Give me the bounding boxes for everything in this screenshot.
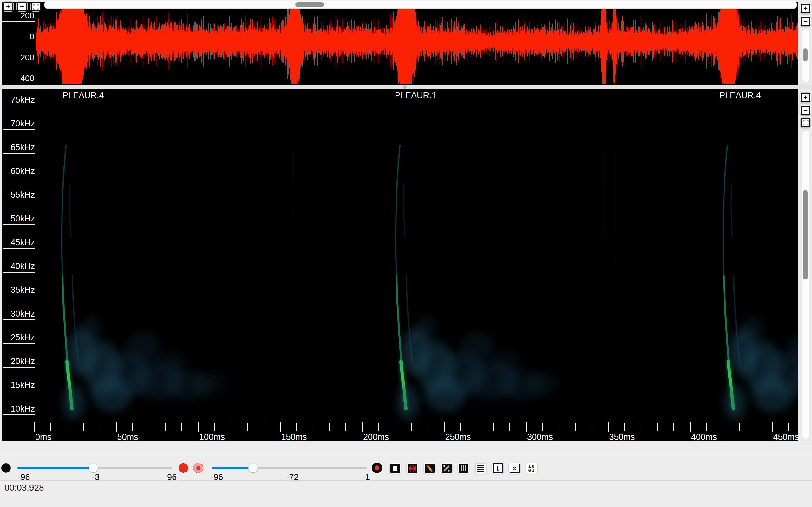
oscillogram-view-button[interactable] [407, 463, 418, 474]
time-tick [83, 423, 84, 431]
time-zoom-out-button[interactable]: − [16, 1, 28, 12]
time-tick [132, 423, 133, 431]
time-tick-label: 350ms [609, 432, 635, 441]
frequency-label: 55kHz [3, 189, 35, 201]
oscillogram-view-icon [407, 463, 418, 474]
species-label: PLEAUR.4 [62, 91, 104, 101]
minus-icon: − [801, 17, 810, 26]
status-bar: 00:03.928 [0, 481, 812, 507]
oscillogram-vertical-scrollbar[interactable] [802, 29, 809, 82]
gain-slider-thumb[interactable] [89, 463, 98, 472]
time-tick-label: 450ms [773, 432, 798, 441]
frequency-label: 10kHz [3, 403, 35, 415]
threshold-slider-fill [212, 467, 253, 469]
table-view-button[interactable] [475, 463, 486, 474]
gain-slider-fill [17, 467, 93, 469]
time-tick [198, 422, 199, 432]
species-label: PLEAUR.1 [395, 91, 437, 101]
binary-data-button[interactable]: 1001 [526, 463, 537, 474]
record-dot-icon [196, 466, 200, 470]
minus-icon: − [801, 106, 810, 115]
spectrogram-zoom-in-button[interactable]: + [800, 92, 811, 103]
vertical-bars-view-button[interactable] [458, 463, 469, 474]
frequency-label: 60kHz [3, 165, 35, 177]
time-tick [641, 423, 641, 431]
proportional-glyph: ∝ [510, 464, 519, 473]
time-tick [214, 423, 215, 431]
frequency-label: 45kHz [3, 236, 35, 249]
time-tick [34, 422, 35, 432]
time-tick [345, 423, 346, 431]
display-standard-button[interactable] [390, 463, 401, 474]
time-tick [116, 422, 117, 432]
plus-icon: + [3, 2, 13, 11]
time-tick [427, 423, 428, 431]
time-tick [722, 423, 723, 431]
time-tick [493, 423, 494, 431]
stop-square-icon [393, 466, 397, 470]
time-tick [444, 422, 445, 432]
time-tick [231, 423, 231, 431]
info-glyph: i [493, 463, 503, 473]
frequency-label: 35kHz [3, 284, 35, 296]
frequency-label: 25kHz [3, 331, 35, 344]
time-tick [657, 423, 658, 431]
horizontal-scrollbar[interactable] [44, 1, 797, 9]
record-button[interactable] [179, 463, 188, 473]
transport-control-bar: -96 -3 96 -96 -72 -1 i∝1001 Normal TE 1 … [0, 456, 812, 481]
time-tick [559, 423, 559, 431]
frequency-label: 15kHz [3, 379, 35, 391]
info-icon: i [492, 463, 503, 474]
spectrogram-vertical-scrollbar-thumb[interactable] [803, 190, 808, 279]
trigger-record-button[interactable] [372, 463, 382, 473]
time-zoom-in-button[interactable]: + [3, 1, 14, 12]
frequency-label: 65kHz [3, 141, 35, 154]
zero-crossing-view-button[interactable] [441, 463, 452, 474]
time-tick [329, 423, 330, 431]
horizontal-scrollbar-thumb[interactable] [295, 2, 324, 7]
time-tick [395, 423, 395, 431]
time-tick [378, 423, 379, 431]
time-fit-view-button[interactable] [31, 2, 41, 12]
spectrogram-view-button[interactable] [424, 463, 435, 474]
time-tick-label: 150ms [281, 432, 307, 441]
power-spectrum-icon: ∝ [509, 463, 520, 474]
time-tick [624, 423, 625, 431]
time-tick [296, 423, 297, 431]
power-spectrum-button[interactable]: ∝ [509, 463, 520, 474]
record-monitor-button[interactable] [193, 463, 203, 473]
threshold-slider-thumb[interactable] [248, 463, 258, 472]
time-tick [673, 423, 674, 431]
binary-bottom: 01 [528, 468, 535, 472]
record-dot-icon [374, 465, 379, 470]
time-tick-label: 0ms [35, 432, 51, 441]
spectrogram-fit-view-button[interactable] [800, 118, 811, 128]
level-knob[interactable] [1, 463, 11, 473]
info-button[interactable]: i [492, 463, 503, 474]
spectrogram-plot[interactable] [2, 89, 798, 441]
oscillogram-zoom-in-button[interactable]: + [800, 3, 811, 14]
time-tick-label: 300ms [527, 432, 553, 441]
time-tick [575, 423, 576, 431]
time-tick [756, 423, 756, 431]
oscillogram-plot[interactable] [36, 2, 798, 84]
minus-icon: − [17, 2, 27, 11]
time-tick [509, 423, 510, 431]
time-tick [149, 423, 149, 431]
frequency-label: 50kHz [3, 213, 35, 225]
frequency-label: 30kHz [3, 308, 35, 320]
spectrogram-zoom-out-button[interactable]: − [800, 105, 811, 115]
spectrogram-zoom-strip: + − [798, 89, 812, 441]
spectrogram-vertical-scrollbar[interactable] [802, 130, 809, 439]
time-tick [542, 423, 543, 431]
oscillogram-zoom-out-button[interactable]: − [800, 16, 811, 26]
spectrogram-view-icon [424, 463, 435, 474]
frequency-label: 20kHz [3, 355, 35, 368]
time-tick [280, 422, 281, 432]
oscillogram-vertical-scrollbar-thumb[interactable] [803, 49, 808, 61]
time-tick-label: 100ms [199, 432, 225, 441]
time-tick [182, 423, 182, 431]
panel-splitter[interactable] [0, 84, 812, 89]
time-tick [526, 422, 527, 432]
oscillogram-y-label: 0 [2, 31, 35, 43]
